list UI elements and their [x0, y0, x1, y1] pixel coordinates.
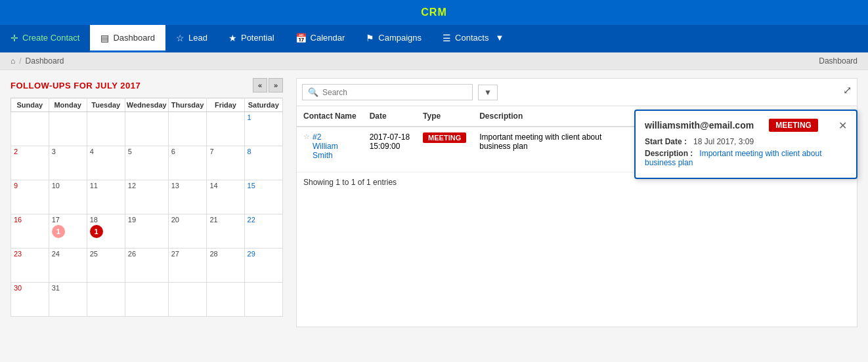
cal-prev-btn[interactable]: « [253, 78, 267, 92]
cal-day: 1 [244, 112, 282, 146]
search-icon: 🔍 [308, 87, 318, 97]
type-badge: MEETING [423, 132, 466, 143]
nav-bar: ✛ Create Contact ▤ Dashboard ☆ Lead ★ Po… [0, 25, 868, 52]
cal-badge-18[interactable]: 1 [90, 225, 103, 238]
breadcrumb-current: Dashboard [26, 56, 64, 66]
search-box: 🔍 [302, 84, 473, 100]
cal-day [244, 283, 282, 317]
main-content: FOLLOW-UPS FOR JULY 2017 « » Sunday Mond… [0, 70, 868, 335]
cal-day [168, 283, 207, 317]
app-title: CRM [421, 7, 446, 18]
plus-icon: ✛ [11, 33, 18, 43]
cal-week-6: 30 31 [11, 283, 283, 317]
cal-day: 11 [87, 180, 125, 214]
col-description: Description [473, 106, 641, 127]
cal-day: 10 [49, 180, 87, 214]
cal-week-4: 16 17 1 18 1 19 20 21 22 [11, 214, 283, 249]
col-contact-name: Contact Name [297, 106, 363, 127]
nav-contacts[interactable]: ☰ Contacts ▼ [432, 25, 514, 52]
popup-email: williamsmith@email.com [645, 120, 754, 131]
cal-day [125, 112, 168, 146]
calendar-title: FOLLOW-UPS FOR JULY 2017 [11, 81, 141, 90]
cal-day: 21 [207, 214, 244, 249]
nav-create-contact[interactable]: ✛ Create Contact [0, 25, 90, 52]
cal-day: 17 1 [49, 214, 87, 249]
cal-day [168, 112, 207, 146]
popup-desc-label: Description : [645, 149, 693, 158]
cal-day: 27 [168, 249, 207, 283]
cal-day [207, 112, 244, 146]
cal-header-wed: Wednesday [125, 98, 168, 112]
cal-day [49, 112, 87, 146]
filter-button[interactable]: ▼ [478, 85, 498, 100]
cal-day: 19 [125, 214, 168, 249]
cal-day [125, 283, 168, 317]
col-type: Type [416, 106, 473, 127]
cal-header-sun: Sunday [11, 98, 49, 112]
cal-day: 8 [244, 146, 282, 180]
chart-icon: ▤ [100, 33, 109, 43]
cal-day: 18 1 [87, 214, 125, 249]
cal-day: 24 [49, 249, 87, 283]
cal-day: 31 [49, 283, 87, 317]
top-header: CRM [0, 0, 868, 25]
popup-start-date-value: 18 Jul 2017, 3:09 [693, 137, 754, 146]
cal-day: 7 [207, 146, 244, 180]
nav-lead[interactable]: ☆ Lead [165, 25, 218, 52]
cal-day: 22 [244, 214, 282, 249]
breadcrumb-separator: / [19, 56, 21, 66]
cal-next-btn[interactable]: » [269, 78, 283, 92]
expand-button[interactable]: ⤢ [843, 84, 852, 96]
cal-day: 12 [125, 180, 168, 214]
nav-potential[interactable]: ★ Potential [218, 25, 285, 52]
cal-day [87, 283, 125, 317]
cal-day: 6 [168, 146, 207, 180]
cal-header-fri: Friday [207, 98, 244, 112]
cal-badge-17[interactable]: 1 [52, 225, 65, 238]
cal-day: 26 [125, 249, 168, 283]
cal-day: 3 [49, 146, 87, 180]
nav-dashboard[interactable]: ▤ Dashboard [90, 25, 165, 52]
cal-header-mon: Monday [49, 98, 87, 112]
cal-day: 16 [11, 214, 49, 249]
calendar-nav: « » [253, 78, 283, 92]
cal-day: 28 [207, 249, 244, 283]
popup-start-date: Start Date : 18 Jul 2017, 3:09 [645, 137, 847, 146]
search-input[interactable] [322, 88, 467, 97]
contacts-dropdown-icon: ▼ [495, 33, 504, 43]
calendar-icon: 📅 [295, 33, 307, 43]
cal-week-5: 23 24 25 26 27 28 29 [11, 249, 283, 283]
contact-link[interactable]: #2WilliamSmith [313, 132, 338, 160]
cal-day: 13 [168, 180, 207, 214]
calendar-section: FOLLOW-UPS FOR JULY 2017 « » Sunday Mond… [11, 78, 283, 327]
star-filled-icon: ★ [228, 33, 237, 43]
breadcrumb: ⌂ / Dashboard Dashboard [0, 52, 868, 70]
cell-contact: ☆ #2WilliamSmith [297, 127, 363, 172]
cal-day [87, 112, 125, 146]
cal-header-sat: Saturday [244, 98, 282, 112]
cal-day: 20 [168, 214, 207, 249]
cal-week-3: 9 10 11 12 13 14 15 [11, 180, 283, 214]
star-icon[interactable]: ☆ [303, 132, 310, 141]
popup-description: Description : Important meeting with cli… [645, 149, 847, 167]
cal-day: 4 [87, 146, 125, 180]
popup-start-date-label: Start Date : [645, 137, 687, 146]
cell-description: Important meeting with client about busi… [473, 127, 641, 172]
cell-type: MEETING [416, 127, 473, 172]
popup-meeting-badge: MEETING [769, 119, 818, 132]
popup-close-button[interactable]: ✕ [838, 119, 847, 132]
calendar-header: FOLLOW-UPS FOR JULY 2017 « » [11, 78, 283, 92]
nav-calendar[interactable]: 📅 Calendar [285, 25, 356, 52]
star-outline-icon: ☆ [176, 33, 184, 43]
popup: williamsmith@email.com MEETING ✕ Start D… [634, 110, 857, 179]
cal-day: 25 [87, 249, 125, 283]
cal-day [207, 283, 244, 317]
cal-day: 15 [244, 180, 282, 214]
calendar-table: Sunday Monday Tuesday Wednesday Thursday… [11, 98, 283, 317]
contact-name-cell: ☆ #2WilliamSmith [303, 132, 357, 160]
cal-header-tue: Tuesday [87, 98, 125, 112]
followups-toolbar: 🔍 ▼ [297, 79, 857, 106]
nav-campaigns[interactable]: ⚑ Campaigns [355, 25, 432, 52]
cal-day: 29 [244, 249, 282, 283]
cal-header-thu: Thursday [168, 98, 207, 112]
